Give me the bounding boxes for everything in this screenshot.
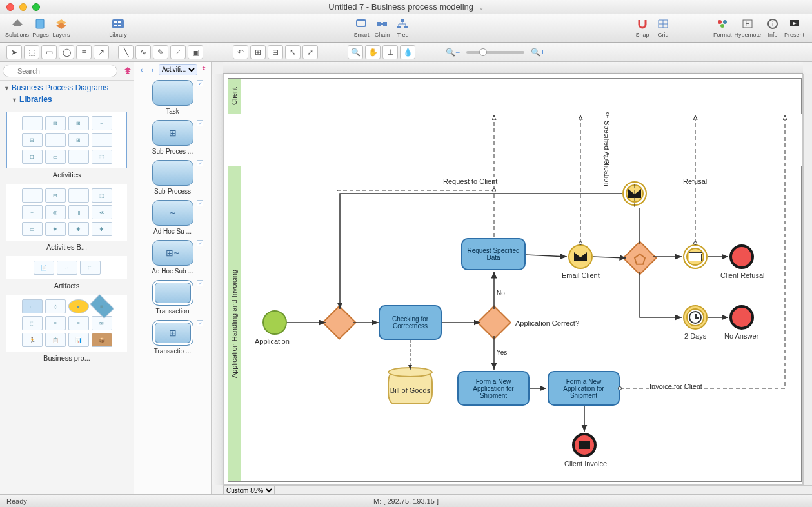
zoom-slider[interactable] <box>466 51 524 54</box>
stencil-panel: ‹ › Activiti... ✓Task ✓⊞Sub-Proces ... ✓… <box>134 62 212 494</box>
brush-tool[interactable]: ⟋ <box>170 45 186 59</box>
event-msg-refusal[interactable] <box>683 244 708 269</box>
pagoda-icon[interactable] <box>199 65 208 75</box>
pages-button[interactable]: Pages <box>32 15 50 38</box>
snap-button[interactable]: Snap <box>633 15 651 38</box>
title-text: Untitled 7 - Business process modeling <box>328 2 473 12</box>
libgroup-artifacts[interactable]: 📄↔⬚ <box>6 256 127 279</box>
format-button[interactable]: Format <box>713 15 732 38</box>
hand-tool[interactable]: ✋ <box>365 45 381 59</box>
end-client-invoice[interactable] <box>572 433 597 457</box>
grid-button[interactable]: Grid <box>654 15 672 38</box>
stencil-transaction[interactable]: ✓Transaction <box>139 280 206 315</box>
zoom-icon[interactable] <box>32 3 40 11</box>
library-button[interactable]: Library <box>105 15 131 38</box>
connector-tool[interactable]: ╲ <box>118 45 134 59</box>
task-request-data[interactable]: Request Specified Data <box>461 238 526 270</box>
stencil-subprocess-collapsed[interactable]: ✓⊞Sub-Proces ... <box>139 120 206 155</box>
group-button[interactable]: ⊞ <box>250 45 266 59</box>
info-label: Info <box>767 32 777 38</box>
stencil-adhoc-sub2[interactable]: ✓⊞~Ad Hoc Sub ... <box>139 240 206 275</box>
snap-icon <box>636 18 649 30</box>
hypernote-icon: H <box>741 18 754 30</box>
present-button[interactable]: Present <box>784 15 804 38</box>
libgroup-business[interactable]: ▭◇●◆ ⬚≡≡✉ 🏃📋📊📦 <box>6 295 127 352</box>
stencil-subprocess[interactable]: ✓Sub-Process <box>139 160 206 195</box>
chain-icon <box>375 18 388 30</box>
pagoda-icon[interactable] <box>119 65 131 77</box>
zoom-in-button[interactable]: 🔍+ <box>530 45 546 59</box>
label-client-refusal: Client Refusal <box>720 272 764 279</box>
label-2days: 2 Days <box>684 332 706 340</box>
line-tool[interactable]: ↗ <box>94 45 109 59</box>
svg-marker-24 <box>635 254 645 264</box>
flow-specified-application: Specified Application <box>603 121 611 186</box>
marquee-tool[interactable]: ⬚ <box>24 45 39 59</box>
label-application: Application <box>255 337 290 345</box>
minimize-icon[interactable] <box>19 3 27 11</box>
tree-root[interactable]: ▼Business Process Diagrams <box>4 83 130 92</box>
dropper-tool[interactable]: 💧 <box>400 45 415 59</box>
stencil-transaction2[interactable]: ✓⊞Transactio ... <box>139 320 206 355</box>
stamp-tool[interactable]: ⊥ <box>382 45 398 59</box>
zoom-select[interactable]: Custom 85% <box>223 486 275 495</box>
lane-app[interactable]: Application Handling and Invoicing <box>228 166 802 482</box>
end-client-refusal[interactable] <box>729 244 754 269</box>
svg-rect-7 <box>377 22 381 26</box>
label-invoice-for-client: Invoice for Client <box>649 383 702 390</box>
stencil-adhoc-sub[interactable]: ✓~Ad Hoc Su ... <box>139 200 206 235</box>
pointer-tool[interactable]: ➤ <box>6 45 22 59</box>
scrollbar-horizontal[interactable]: Custom 85% <box>223 485 812 494</box>
pen-tool[interactable]: ✎ <box>153 45 168 59</box>
lane-client[interactable]: Client <box>228 78 802 114</box>
task-form2[interactable]: Form a New Application for Shipment <box>548 371 620 406</box>
layers-button[interactable]: Layers <box>52 15 70 38</box>
grid-icon <box>657 18 669 30</box>
undo-button[interactable]: ↶ <box>233 45 248 59</box>
distribute-button[interactable]: ⤢ <box>302 45 318 59</box>
text-tool[interactable]: ≡ <box>76 45 92 59</box>
stencil-task[interactable]: ✓Task <box>139 80 206 115</box>
ellipse-tool[interactable]: ◯ <box>59 45 74 59</box>
left-panel: ▼Business Process Diagrams ▼Libraries ⊞⊞… <box>0 62 134 494</box>
library-icon <box>111 18 125 30</box>
task-form1[interactable]: Form a New Application for Shipment <box>457 371 530 406</box>
close-icon[interactable] <box>6 3 14 11</box>
solutions-label: Solutions <box>5 32 29 38</box>
svg-point-15 <box>720 24 724 28</box>
hypernote-button[interactable]: H Hypernote <box>734 15 761 38</box>
bucket-tool[interactable]: ▣ <box>188 45 203 59</box>
tree-button[interactable]: Tree <box>393 15 411 38</box>
stencil-dropdown[interactable]: Activiti... <box>159 64 197 75</box>
ungroup-button[interactable]: ⊟ <box>268 45 283 59</box>
solutions-button[interactable]: Solutions <box>5 15 29 38</box>
stencil-next[interactable]: › <box>148 65 157 75</box>
event-email-client[interactable] <box>568 244 593 269</box>
svg-rect-8 <box>383 22 387 26</box>
tree-libraries[interactable]: ▼Libraries <box>12 95 130 104</box>
magnify-tool[interactable]: 🔍 <box>348 45 363 59</box>
curve-tool[interactable]: ∿ <box>135 45 151 59</box>
end-no-answer[interactable] <box>729 305 754 330</box>
info-button[interactable]: i Info <box>764 15 782 38</box>
stencil-prev[interactable]: ‹ <box>137 65 146 75</box>
align-button[interactable]: ⤡ <box>285 45 301 59</box>
event-msg-top[interactable] <box>622 181 647 206</box>
libgroup-activities-b[interactable]: ⊞⬚ ~◎|||≪ ▭✱✱✱ <box>6 184 127 241</box>
start-event-application[interactable] <box>262 310 287 335</box>
libgroup-activities[interactable]: ⊞⊞~ ⊞⊞ ⊡▭⬚ <box>6 112 127 168</box>
stencil-header: ‹ › Activiti... <box>134 62 211 77</box>
search-input[interactable] <box>3 65 117 77</box>
event-timer-2days[interactable] <box>683 305 708 330</box>
zoom-out-button[interactable]: 🔍− <box>445 45 460 59</box>
main-toolbar: Solutions Pages Layers Library Smart <box>0 14 812 43</box>
stencil-list[interactable]: ✓Task ✓⊞Sub-Proces ... ✓Sub-Process ✓~Ad… <box>134 77 211 494</box>
task-checking[interactable]: Checking for Correctness <box>379 305 442 340</box>
chevron-down-icon[interactable]: ⌄ <box>479 4 484 11</box>
libgroup-label: Artifacts <box>0 282 134 290</box>
rect-tool[interactable]: ▭ <box>41 45 57 59</box>
smart-button[interactable]: Smart <box>352 15 370 38</box>
canvas[interactable]: Client Application Handling and Invoicin… <box>223 74 803 485</box>
chain-button[interactable]: Chain <box>373 15 391 38</box>
scrollbar-vertical[interactable] <box>803 74 812 485</box>
